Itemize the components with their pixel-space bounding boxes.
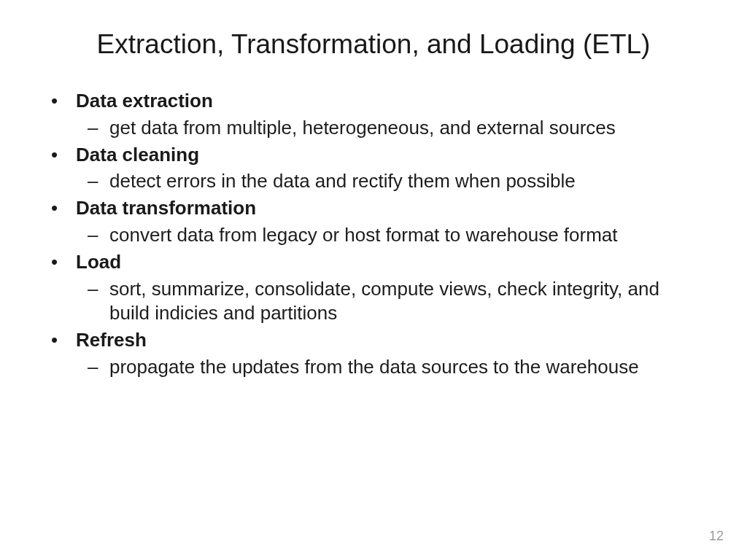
bullet-marker-icon: •	[51, 250, 61, 275]
dash-marker-icon: –	[88, 277, 101, 302]
bullet-label: Refresh	[76, 328, 147, 353]
bullet-label: Data cleaning	[76, 143, 199, 168]
sub-bullet-text: convert data from legacy or host format …	[109, 223, 618, 248]
bullet-label: Data transformation	[76, 196, 256, 221]
bullet-item: • Data transformation	[51, 196, 703, 221]
dash-marker-icon: –	[88, 169, 101, 194]
sub-bullet-item: – propagate the updates from the data so…	[88, 355, 703, 380]
sub-bullet-text: sort, summarize, consolidate, compute vi…	[109, 277, 681, 327]
sub-bullet-item: – detect errors in the data and rectify …	[88, 169, 703, 194]
dash-marker-icon: –	[88, 355, 101, 380]
sub-bullet-item: – sort, summarize, consolidate, compute …	[88, 277, 703, 327]
bullet-item: • Refresh	[51, 328, 703, 353]
bullet-marker-icon: •	[51, 196, 61, 221]
sub-bullet-text: get data from multiple, heterogeneous, a…	[109, 116, 616, 141]
slide-content: • Data extraction – get data from multip…	[44, 89, 703, 380]
sub-bullet-text: propagate the updates from the data sour…	[109, 355, 639, 380]
bullet-item: • Data cleaning	[51, 143, 703, 168]
dash-marker-icon: –	[88, 223, 101, 248]
dash-marker-icon: –	[88, 116, 101, 141]
sub-bullet-text: detect errors in the data and rectify th…	[109, 169, 576, 194]
sub-bullet-item: – convert data from legacy or host forma…	[88, 223, 703, 248]
sub-bullet-item: – get data from multiple, heterogeneous,…	[88, 116, 703, 141]
bullet-label: Data extraction	[76, 89, 213, 114]
bullet-item: • Load	[51, 250, 703, 275]
bullet-marker-icon: •	[51, 89, 61, 114]
page-number: 12	[709, 529, 724, 544]
bullet-item: • Data extraction	[51, 89, 703, 114]
bullet-marker-icon: •	[51, 328, 61, 353]
slide-title: Extraction, Transformation, and Loading …	[44, 29, 703, 60]
bullet-label: Load	[76, 250, 121, 275]
bullet-marker-icon: •	[51, 143, 61, 168]
